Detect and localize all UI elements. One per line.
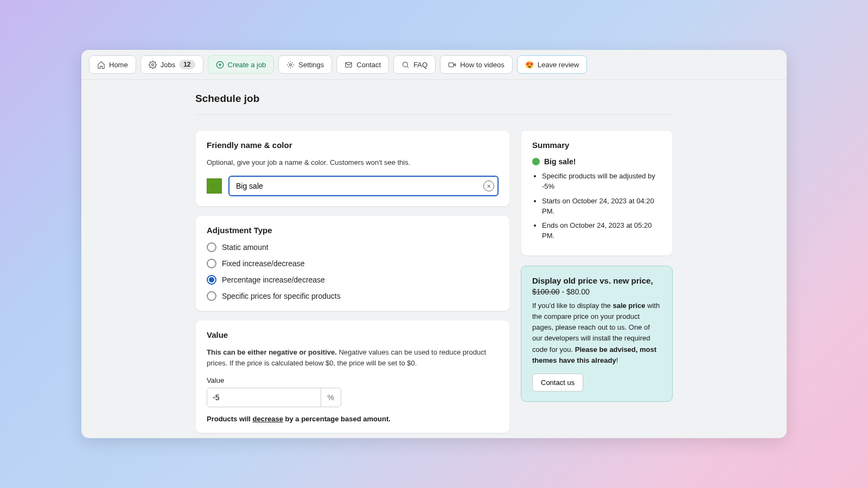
nav-videos[interactable]: How to videos bbox=[440, 55, 513, 74]
value-suffix: % bbox=[321, 388, 341, 407]
search-icon bbox=[401, 61, 410, 69]
price-example: $100.00 - $80.00 bbox=[532, 287, 661, 296]
radio-static-amount[interactable]: Static amount bbox=[207, 242, 499, 252]
nav-create-label: Create a job bbox=[228, 61, 266, 69]
page-content: Schedule job Friendly name & color Optio… bbox=[81, 80, 787, 438]
adjust-heading: Adjustment Type bbox=[207, 226, 499, 235]
nav-jobs[interactable]: Jobs 12 bbox=[141, 55, 203, 74]
jobs-count-badge: 12 bbox=[179, 60, 195, 69]
color-swatch[interactable] bbox=[207, 178, 222, 194]
friendly-hint: Optional, give your job a name & color. … bbox=[207, 157, 499, 168]
nav-review[interactable]: 😍 Leave review bbox=[517, 55, 588, 74]
summary-item: Ends on October 24, 2023 at 05:20 PM. bbox=[542, 221, 661, 241]
radio-specific-prices[interactable]: Specific prices for specific products bbox=[207, 291, 499, 301]
app-frame: Home Jobs 12 Create a job Settings Conta… bbox=[81, 50, 787, 438]
summary-list: Specific products will be adjusted by -5… bbox=[542, 171, 661, 241]
clear-input-button[interactable]: ✕ bbox=[483, 181, 494, 191]
value-result: Products will decrease by a percentage b… bbox=[207, 415, 499, 423]
radio-percentage[interactable]: Percentage increase/decrease bbox=[207, 275, 499, 285]
job-name-input[interactable] bbox=[228, 176, 499, 196]
summary-heading: Summary bbox=[532, 140, 661, 150]
nav-faq-label: FAQ bbox=[413, 61, 427, 69]
nav-home-label: Home bbox=[109, 61, 128, 69]
friendly-heading: Friendly name & color bbox=[207, 140, 499, 150]
gear-icon bbox=[149, 61, 157, 69]
radio-fixed[interactable]: Fixed increase/decrease bbox=[207, 259, 499, 268]
value-heading: Value bbox=[207, 330, 499, 339]
value-label: Value bbox=[207, 376, 499, 384]
right-column: Summary Big sale! Specific products will… bbox=[521, 130, 673, 438]
card-summary: Summary Big sale! Specific products will… bbox=[521, 130, 673, 256]
nav-settings[interactable]: Settings bbox=[278, 55, 332, 74]
svg-point-0 bbox=[151, 63, 154, 66]
radio-icon bbox=[207, 291, 216, 301]
tip-body: If you'd like to display the sale price … bbox=[532, 300, 661, 366]
card-value: Value This can be either negative or pos… bbox=[195, 320, 510, 433]
video-icon bbox=[448, 61, 456, 69]
card-adjustment-type: Adjustment Type Static amount Fixed incr… bbox=[195, 215, 510, 311]
value-input[interactable] bbox=[207, 388, 321, 407]
radio-icon bbox=[207, 242, 216, 252]
status-dot-icon bbox=[532, 158, 540, 165]
radio-icon bbox=[207, 275, 216, 285]
nav-videos-label: How to videos bbox=[460, 61, 505, 69]
nav-home[interactable]: Home bbox=[89, 55, 136, 74]
mail-icon bbox=[344, 61, 353, 69]
page-title: Schedule job bbox=[195, 93, 673, 115]
plus-circle-icon bbox=[216, 61, 224, 69]
settings-icon bbox=[286, 61, 295, 69]
tip-panel: Display old price vs. new price, $100.00… bbox=[521, 266, 673, 402]
value-intro: This can be either negative or positive.… bbox=[207, 347, 499, 369]
top-nav: Home Jobs 12 Create a job Settings Conta… bbox=[81, 50, 787, 80]
nav-jobs-label: Jobs bbox=[161, 61, 175, 69]
svg-point-2 bbox=[290, 63, 292, 66]
summary-item: Starts on October 24, 2023 at 04:20 PM. bbox=[542, 196, 661, 217]
radio-icon bbox=[207, 259, 216, 268]
tip-heading: Display old price vs. new price, bbox=[532, 276, 661, 285]
home-icon bbox=[97, 61, 105, 69]
summary-item: Specific products will be adjusted by -5… bbox=[542, 171, 661, 192]
nav-contact-label: Contact bbox=[356, 61, 381, 69]
summary-job-name: Big sale! bbox=[544, 157, 576, 166]
svg-point-4 bbox=[403, 62, 408, 67]
tip-contact-button[interactable]: Contact us bbox=[532, 374, 583, 391]
nav-create-job[interactable]: Create a job bbox=[208, 55, 275, 74]
nav-contact[interactable]: Contact bbox=[336, 55, 389, 74]
close-icon: ✕ bbox=[487, 183, 491, 189]
heart-eyes-icon: 😍 bbox=[525, 61, 534, 69]
card-friendly-name: Friendly name & color Optional, give you… bbox=[195, 130, 510, 207]
nav-review-label: Leave review bbox=[538, 61, 579, 69]
nav-settings-label: Settings bbox=[298, 61, 324, 69]
left-column: Friendly name & color Optional, give you… bbox=[195, 130, 510, 438]
nav-faq[interactable]: FAQ bbox=[393, 55, 436, 74]
